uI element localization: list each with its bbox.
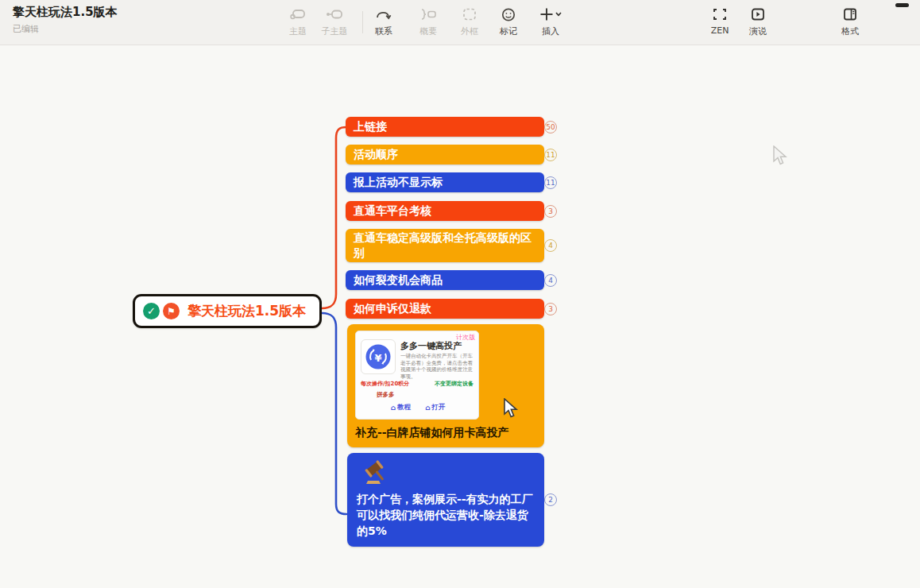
count-badge[interactable]: 3 [544,205,557,218]
document-status: 已编辑 [13,23,39,35]
boundary-icon [462,5,477,24]
toolbar-subtopic-button[interactable]: 子主题 [312,5,357,41]
subtopic-icon [325,5,344,24]
topic-node-7[interactable]: 如何申诉仅退款 [346,299,544,319]
topic-node-8-label: 补充--白牌店铺如何用卡高投产 [355,426,509,440]
card-tutorial-button: ⌂教程 [391,403,411,412]
toolbar-present-button[interactable]: 演说 [736,5,780,41]
toolbar-boundary-button[interactable]: 外框 [447,5,492,41]
toolbar-relationship-button[interactable]: 联系 [361,5,406,41]
app-icon-box: ¥ [361,339,396,374]
embedded-app-card-image: 计次版 ¥ 多多一键高投产 一键自动化卡高投产开车（开车老手必看）全免费，请点击… [355,331,479,420]
card-open-button: ⌂打开 [425,403,445,412]
count-badge[interactable]: 11 [544,149,557,161]
topic-node-6[interactable]: 如何裂变机会商品 [346,270,544,290]
topic-node-9-label: 打个广告，案例展示--有实力的工厂可以找我们纯佣代运营收-除去退货的5% [357,491,538,539]
yuan-app-icon: ¥ [363,342,393,372]
count-badge[interactable]: 50 [544,121,557,133]
card-title: 多多一键高投产 [400,340,462,352]
relationship-icon [375,5,392,24]
svg-text:¥: ¥ [374,352,381,364]
toolbar-summary-button[interactable]: 概要 [406,5,450,41]
topic-node-9[interactable]: 打个广告，案例展示--有实力的工厂可以找我们纯佣代运营收-除去退货的5% [347,453,544,547]
flag-icon[interactable]: ⚑ [163,303,180,319]
count-badge[interactable]: 2 [544,493,557,506]
card-platform-label: 拼多多 [377,391,395,399]
house-icon: ⌂ [425,404,430,412]
document-title: 擎天柱玩法1.5版本 [13,5,118,20]
root-topic-label: 擎天柱玩法1.5版本 [187,302,306,320]
toolbar-marker-button[interactable]: 标记 [486,5,531,41]
count-badge[interactable]: 4 [544,239,557,252]
card-description: 一键自动化卡高投产开车（开车老手必看）全免费，请点击去看视频第十个视频的价格维度… [400,353,477,380]
format-icon [842,5,858,24]
summary-icon [419,5,438,24]
card-cost-note: 每次操作/扣20积分 [361,380,409,388]
marker-icon [501,5,516,24]
card-warn-note: 不变更绑定设备 [435,380,474,388]
toolbar: 擎天柱玩法1.5版本 已编辑 主题 子主题 联系 概要 外框 [0,0,920,45]
count-badge[interactable]: 4 [544,274,557,287]
ghost-cursor [771,145,788,166]
topic-node-4[interactable]: 直通车平台考核 [346,201,544,221]
zen-icon [711,5,729,24]
insert-icon [539,5,562,24]
topic-node-8[interactable]: 计次版 ¥ 多多一键高投产 一键自动化卡高投产开车（开车老手必看）全免费，请点击… [347,324,544,447]
toolbar-format-button[interactable]: 格式 [828,5,872,41]
root-topic-node[interactable]: ✓ ⚑ 擎天柱玩法1.5版本 [133,294,322,328]
topic-node-3[interactable]: 报上活动不显示标 [346,172,544,192]
house-icon: ⌂ [391,404,396,412]
toolbar-insert-button[interactable]: 插入 [528,5,573,41]
count-badge[interactable]: 3 [544,303,557,315]
topic-icon [289,5,307,24]
present-icon [750,5,766,24]
topic-node-2[interactable]: 活动顺序 [346,145,544,164]
window-handle[interactable] [895,3,909,7]
check-icon[interactable]: ✓ [143,303,160,319]
mindmap-canvas[interactable]: ✓ ⚑ 擎天柱玩法1.5版本 上链接 活动顺序 报上活动不显示标 直通车平台考核… [0,46,920,588]
gavel-icon [360,458,392,488]
count-badge[interactable]: 11 [544,176,557,189]
topic-node-1[interactable]: 上链接 [346,117,544,137]
topic-node-5[interactable]: 直通车稳定高级版和全托高级版的区别 [346,229,544,262]
mouse-cursor [501,398,519,419]
